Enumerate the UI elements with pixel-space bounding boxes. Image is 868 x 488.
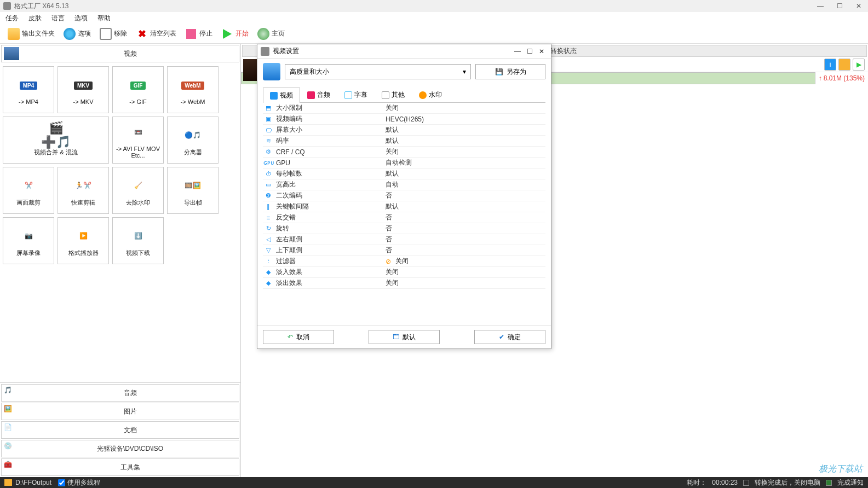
options-button[interactable]: 选项 [60, 27, 94, 41]
tile-download[interactable]: ⬇️视频下载 [112, 217, 164, 264]
multithread-checkbox[interactable] [58, 479, 65, 486]
notify-label: 完成通知 [837, 478, 864, 487]
property-row[interactable]: ◆淡出效果关闭 [263, 278, 545, 289]
property-row[interactable]: ⬒大小限制关闭 [263, 103, 545, 114]
menu-task[interactable]: 任务 [5, 14, 19, 23]
tab-video[interactable]: 视频 [263, 88, 300, 103]
tools-icon: 🧰 [4, 461, 19, 474]
prop-icon: ❷ [263, 192, 274, 199]
status-bar: D:\FFOutput 使用多线程 耗时： 00:00:23 转换完成后，关闭电… [0, 477, 868, 488]
tile-webm[interactable]: WebM-> WebM [167, 66, 219, 113]
prop-value: 否 [383, 213, 545, 222]
play-result-icon[interactable]: ▶ [853, 59, 865, 71]
tile-gif[interactable]: GIF-> GIF [112, 66, 164, 113]
property-row[interactable]: ⏱每秒帧数默认 [263, 169, 545, 179]
tile-mp4[interactable]: MP4-> MP4 [3, 66, 54, 113]
tile-mkv[interactable]: MKV-> MKV [58, 66, 109, 113]
ok-button[interactable]: ✔确定 [474, 330, 545, 344]
home-button[interactable]: 主页 [254, 27, 288, 41]
disc-icon: 💿 [4, 442, 19, 455]
shutdown-checkbox[interactable] [743, 480, 749, 486]
folder-icon[interactable] [4, 479, 12, 486]
prop-icon: ◁ [263, 236, 274, 243]
dialog-maximize[interactable]: ☐ [524, 48, 536, 55]
tab-watermark[interactable]: 水印 [412, 87, 449, 102]
dialog-tabs: 视频 音频 字幕 其他 水印 [263, 87, 545, 103]
property-row[interactable]: ⋮过滤器⊘关闭 [263, 256, 545, 267]
menu-lang[interactable]: 语言 [51, 14, 65, 23]
prop-key: CRF / CQ [274, 148, 383, 156]
property-row[interactable]: ▣视频编码HEVC(H265) [263, 114, 545, 125]
notify-checkbox[interactable] [826, 480, 832, 486]
tile-player[interactable]: ▶️格式播放器 [58, 217, 109, 264]
preset-select[interactable]: 高质量和大小▾ [285, 64, 471, 79]
category-audio[interactable]: 🎵音频 [1, 384, 239, 402]
category-disc[interactable]: 💿光驱设备\DVD\CD\ISO [1, 440, 239, 457]
prop-value: 关闭 [383, 103, 545, 113]
category-picture[interactable]: 🖼️图片 [1, 403, 239, 420]
property-row[interactable]: 🖵屏幕大小默认 [263, 125, 545, 136]
menu-option[interactable]: 选项 [74, 14, 88, 23]
tab-other[interactable]: 其他 [375, 87, 412, 102]
dialog-close[interactable]: ✕ [536, 48, 548, 55]
property-row[interactable]: ‖关键帧间隔默认 [263, 201, 545, 212]
gear-icon [64, 28, 76, 40]
clear-button[interactable]: ✖清空列表 [133, 27, 180, 41]
tile-splitter[interactable]: 🔵🎵分离器 [167, 117, 219, 164]
prop-icon: ≡ [263, 214, 274, 221]
property-row[interactable]: ≡反交错否 [263, 212, 545, 223]
property-row[interactable]: ◆淡入效果关闭 [263, 267, 545, 278]
prop-value: 否 [383, 235, 545, 244]
output-folder-button[interactable]: 输出文件夹 [4, 27, 58, 41]
remove-button[interactable]: 移除 [96, 27, 130, 41]
info-icon[interactable]: i [824, 59, 836, 71]
dialog-titlebar: 视频设置 — ☐ ✕ [257, 44, 551, 59]
prop-icon: ⏱ [263, 171, 274, 177]
start-button[interactable]: 开始 [218, 27, 252, 41]
output-path[interactable]: D:\FFOutput [15, 479, 51, 486]
property-row[interactable]: ▽上下颠倒否 [263, 245, 545, 256]
up-arrow-icon: ↑ [819, 74, 822, 82]
tab-audio[interactable]: 音频 [300, 87, 337, 102]
category-document[interactable]: 📄文档 [1, 421, 239, 439]
property-row[interactable]: ⚙CRF / CQ关闭 [263, 147, 545, 158]
tile-export-frame[interactable]: 🎞️🖼️导出帧 [167, 167, 219, 214]
globe-icon [257, 28, 269, 40]
property-row[interactable]: ↻旋转否 [263, 223, 545, 234]
prop-value: 关闭 [393, 257, 545, 266]
title-bar: 格式工厂 X64 5.13 — ☐ ✕ [0, 0, 868, 12]
property-row[interactable]: ɢᴘᴜGPU自动检测 [263, 158, 545, 169]
tile-avi[interactable]: 📼-> AVI FLV MOV Etc... [112, 117, 164, 164]
cancel-button[interactable]: ↶取消 [263, 330, 334, 344]
property-row[interactable]: ◁左右颠倒否 [263, 234, 545, 245]
property-row[interactable]: ≋码率默认 [263, 136, 545, 147]
open-folder-icon[interactable] [838, 59, 850, 71]
tile-merge[interactable]: 🎬➕🎵视频合并 & 混流 [3, 117, 109, 164]
category-video[interactable]: 视频 [1, 45, 239, 62]
menu-skin[interactable]: 皮肤 [28, 14, 42, 23]
category-tools[interactable]: 🧰工具集 [1, 458, 239, 476]
shutdown-label: 转换完成后，关闭电脑 [755, 478, 820, 487]
menu-help[interactable]: 帮助 [97, 14, 111, 23]
stop-button[interactable]: 停止 [182, 27, 216, 41]
save-as-button[interactable]: 💾另存为 [475, 64, 545, 79]
property-row[interactable]: ▭宽高比自动 [263, 179, 545, 190]
default-button[interactable]: 🗔默认 [369, 330, 440, 344]
tile-quickcut[interactable]: 🏃✂️快速剪辑 [58, 167, 109, 214]
property-row[interactable]: ❷二次编码否 [263, 190, 545, 201]
tile-crop[interactable]: ✂️画面裁剪 [3, 167, 54, 214]
dialog-minimize[interactable]: — [511, 48, 524, 55]
prop-value: 默认 [383, 169, 545, 178]
tile-screen-record[interactable]: 📷屏幕录像 [3, 217, 54, 264]
maximize-button[interactable]: ☐ [833, 2, 846, 10]
prop-key: 关键帧间隔 [274, 202, 383, 211]
prop-icon: ‖ [263, 203, 274, 210]
close-button[interactable]: ✕ [853, 2, 865, 10]
audio-icon [307, 91, 315, 99]
minimize-button[interactable]: — [814, 2, 827, 10]
tab-subtitle[interactable]: 字幕 [337, 87, 375, 102]
folder-icon [8, 28, 20, 40]
tile-dewatermark[interactable]: 🧹去除水印 [112, 167, 164, 214]
prop-key: 淡入效果 [274, 268, 383, 277]
prop-icon: ◆ [263, 269, 274, 276]
